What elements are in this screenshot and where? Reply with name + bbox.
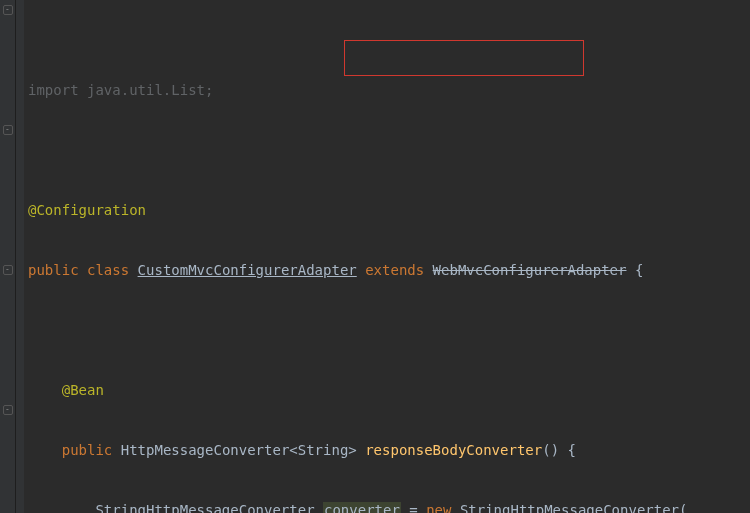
gutter-spacer <box>16 0 24 513</box>
fold-icon[interactable]: - <box>3 405 13 415</box>
token-keyword: import <box>28 82 87 98</box>
fold-icon[interactable]: - <box>3 125 13 135</box>
token-type: HttpMessageConverter< <box>121 442 298 458</box>
gutter: - - - - <box>0 0 16 513</box>
token-deprecated-class: WebMvcConfigurerAdapter <box>433 262 627 278</box>
code-line: public class CustomMvcConfigurerAdapter … <box>28 260 750 280</box>
token-keyword: public <box>28 262 87 278</box>
code-line: @Bean <box>28 380 750 400</box>
token-annotation: @Configuration <box>28 202 146 218</box>
token-annotation: @Bean <box>62 382 104 398</box>
code-line: StringHttpMessageConverter converter = n… <box>28 500 750 513</box>
code-editor: - - - - import java.util.List; @Configur… <box>0 0 750 513</box>
token-keyword: class <box>87 262 138 278</box>
token-keyword: new <box>426 502 460 513</box>
token-paren: () { <box>542 442 576 458</box>
highlight-box <box>344 40 584 76</box>
fold-icon[interactable]: - <box>3 5 13 15</box>
token-ctor: StringHttpMessageConverter( <box>460 502 688 513</box>
token-op: = <box>401 502 426 513</box>
token-brace: { <box>626 262 643 278</box>
token-keyword: extends <box>357 262 433 278</box>
token-type: StringHttpMessageConverter <box>95 502 323 513</box>
token-class: CustomMvcConfigurerAdapter <box>138 262 357 278</box>
token-keyword: public <box>62 442 121 458</box>
token-type: String <box>298 442 349 458</box>
fold-icon[interactable]: - <box>3 265 13 275</box>
token-type: java.util.List; <box>87 82 213 98</box>
code-line: public HttpMessageConverter<String> resp… <box>28 440 750 460</box>
code-content[interactable]: import java.util.List; @Configuration pu… <box>24 0 750 513</box>
token-variable: converter <box>323 502 401 513</box>
token-method: responseBodyConverter <box>365 442 542 458</box>
code-line: import java.util.List; <box>28 80 750 100</box>
code-line: @Configuration <box>28 200 750 220</box>
token-type: > <box>348 442 365 458</box>
